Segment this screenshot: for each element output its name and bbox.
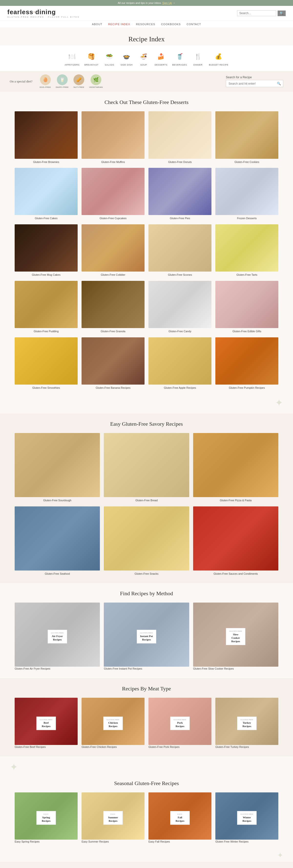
recipe-instantpot[interactable]: GLUTEN FREE Instant Pot Recipes Gluten-F… — [104, 602, 189, 671]
recipe-pudding[interactable]: Gluten-Free Pudding — [15, 281, 78, 334]
nav-cookbooks[interactable]: COOKBOOKS — [161, 23, 181, 26]
recipe-snacks[interactable]: Gluten-Free Snacks — [104, 506, 189, 576]
recipe-chicken-name: Gluten-Free Chicken Recipes — [81, 745, 117, 748]
recipe-pudding-name: Gluten-Free Pudding — [34, 330, 59, 333]
recipe-sourdough[interactable]: Gluten-Free Sourdough — [15, 433, 100, 502]
nav-about[interactable]: ABOUT — [92, 23, 102, 26]
dinner-label: DINNER — [193, 64, 203, 66]
recipe-seafood-name: Gluten-Free Seafood — [45, 572, 70, 576]
pork-overlay: GLUTEN FREE Pork Recipes — [170, 717, 190, 730]
section-savory: Easy Gluten-Free Savory Recipes Gluten-F… — [0, 413, 293, 583]
category-desserts[interactable]: 🍰 DESSERTS — [154, 51, 167, 66]
recipe-slowcooker[interactable]: GLUTEN FREE Slow Cooker Recipes Gluten-F… — [193, 602, 278, 671]
desserts-title: Check Out These Gluten-Free Desserts — [15, 99, 278, 105]
recipe-apple[interactable]: Gluten-Free Apple Recipes — [148, 337, 212, 390]
recipe-pumpkin[interactable]: Gluten-Free Pumpkin Recipes — [215, 337, 278, 390]
recipe-beef[interactable]: GLUTEN FREE Beef Recipes Gluten-Free Bee… — [15, 698, 78, 749]
recipe-candy[interactable]: Gluten-Free Candy — [148, 281, 212, 334]
logo-sub: GLUTEN-FREE RECIPES · FLAVOR FULL BITES — [7, 16, 80, 18]
nut-free-label: NUT-FREE — [73, 86, 84, 88]
recipe-chicken[interactable]: GLUTEN FREE Chicken Recipes Gluten-Free … — [81, 698, 145, 749]
side-dish-label: SIDE DISH — [120, 64, 133, 66]
recipe-fall-name: Easy Fall Recipes — [148, 840, 170, 843]
recipe-scones[interactable]: Gluten-Free Scones — [148, 224, 212, 277]
category-salads[interactable]: 🥗 SALADS — [103, 51, 115, 66]
recipe-frozen[interactable]: Frozen Desserts — [215, 168, 278, 220]
recipe-cupcakes-name: Gluten-Free Cupcakes — [100, 217, 127, 220]
recipe-muffins[interactable]: Gluten-Free Muffins — [81, 111, 145, 164]
recipe-brownies[interactable]: Gluten-Free Brownies — [15, 111, 78, 164]
header-search-area: 🔍 — [237, 10, 286, 16]
recipe-gifts[interactable]: Gluten-Free Edible Gifts — [215, 281, 278, 334]
recipe-summer[interactable]: EASY Summer Recipes Easy Summer Recipes — [81, 793, 145, 844]
budget-recipe-icon: 💰 — [212, 51, 225, 63]
category-beverages[interactable]: 🥤 BEVERAGES — [172, 51, 187, 66]
recipe-donuts[interactable]: Gluten-Free Donuts — [148, 111, 212, 164]
vegetarian-icon: 🌿 — [90, 74, 101, 85]
recipe-pork-name: Gluten-Free Pork Recipes — [148, 745, 179, 748]
budget-recipe-label: BUDGET RECIPE — [209, 64, 228, 66]
chicken-overlay: GLUTEN FREE Chicken Recipes — [103, 717, 123, 730]
recipe-cobbler-name: Gluten-Free Cobbler — [101, 273, 125, 277]
recipe-spring[interactable]: EASY Spring Recipes Easy Spring Recipes — [15, 793, 78, 844]
recipe-airfryer[interactable]: GLUTEN FREE Air Fryer Recipes Gluten-Fre… — [15, 602, 100, 671]
header-search-button[interactable]: 🔍 — [278, 10, 286, 16]
recipe-banana[interactable]: Gluten-Free Banana Recipes — [81, 337, 145, 390]
nav-resources[interactable]: RESOURCES — [136, 23, 155, 26]
recipe-tarts-name: Gluten-Free Tarts — [236, 273, 257, 277]
recipe-seafood[interactable]: Gluten-Free Seafood — [15, 506, 100, 576]
salads-label: SALADS — [105, 64, 114, 66]
recipe-bread[interactable]: Gluten-Free Bread — [104, 433, 189, 502]
header-search-input[interactable] — [237, 10, 276, 16]
recipe-turkey[interactable]: GLUTEN FREE Turkey Recipes Gluten-Free T… — [215, 698, 278, 749]
fall-overlay: EASY Fall Recipes — [170, 811, 190, 825]
category-soup[interactable]: 🍜 SOUP — [138, 51, 150, 66]
recipe-search-button[interactable]: 🔍 — [275, 80, 283, 87]
main-nav: ABOUT RECIPE INDEX RESOURCES COOKBOOKS C… — [0, 21, 293, 28]
appetizers-icon: 🍽️ — [66, 51, 78, 63]
recipe-pies[interactable]: Gluten-Free Pies — [148, 168, 212, 220]
soup-icon: 🍜 — [138, 51, 150, 63]
recipe-instantpot-name: Gluten-Free Instant Pot Recipes — [104, 667, 142, 670]
recipe-cookies[interactable]: Gluten-Free Cookies — [215, 111, 278, 164]
diet-vegetarian[interactable]: 🌿 VEGETARIAN — [89, 74, 103, 88]
recipe-cakes[interactable]: Gluten-Free Cakes — [15, 168, 78, 220]
recipe-search-input[interactable] — [226, 81, 275, 87]
recipe-airfryer-name: Gluten-Free Air Fryer Recipes — [15, 667, 50, 670]
category-appetizers[interactable]: 🍽️ APPETIZERS — [65, 51, 80, 66]
recipe-pork[interactable]: GLUTEN FREE Pork Recipes Gluten-Free Por… — [148, 698, 212, 749]
category-breakfast[interactable]: 🥞 BREAKFAST — [84, 51, 99, 66]
nav-recipe-index[interactable]: RECIPE INDEX — [108, 23, 130, 26]
diet-dairy-free[interactable]: 🥛 DAIRY-FREE — [56, 74, 69, 88]
leaf-decoration-left: ✦ — [0, 756, 293, 773]
category-budget-recipe[interactable]: 💰 BUDGET RECIPE — [209, 51, 228, 66]
recipe-tarts[interactable]: Gluten-Free Tarts — [215, 224, 278, 277]
banner-cta[interactable]: Sign Up — [162, 1, 172, 4]
nav-contact[interactable]: CONTACT — [187, 23, 201, 26]
recipe-mugcakes-name: Gluten-Free Mug Cakes — [32, 273, 60, 277]
recipe-mugcakes[interactable]: Gluten-Free Mug Cakes — [15, 224, 78, 277]
diet-nut-free[interactable]: 🥜 NUT-FREE — [73, 74, 84, 88]
savory-grid: Gluten-Free Sourdough Gluten-Free Bread … — [15, 433, 278, 576]
logo[interactable]: fearless·dining GLUTEN-FREE RECIPES · FL… — [7, 8, 80, 18]
recipe-donuts-name: Gluten-Free Donuts — [168, 160, 192, 164]
page-title-section: Recipe Index — [0, 28, 293, 45]
recipe-winter[interactable]: GLUTEN FREE Winter Recipes Gluten Free W… — [215, 793, 278, 844]
recipe-search-area: Search for a Recipe 🔍 — [226, 75, 283, 87]
recipe-sauces[interactable]: Gluten-Free Sauces and Condiments — [193, 506, 278, 576]
recipe-granola[interactable]: Gluten-Free Granola — [81, 281, 145, 334]
recipe-smoothies[interactable]: Gluten-Free Smoothies — [15, 337, 78, 390]
method-title: Find Recipes by Method — [15, 590, 278, 597]
section-meat: Recipes By Meat Type GLUTEN FREE Beef Re… — [0, 678, 293, 756]
recipe-fall[interactable]: EASY Fall Recipes Easy Fall Recipes — [148, 793, 212, 844]
recipe-cupcakes[interactable]: Gluten-Free Cupcakes — [81, 168, 145, 220]
page-title: Recipe Index — [5, 35, 288, 43]
banner-icon: → — [173, 1, 175, 4]
category-dinner[interactable]: 🍴 DINNER — [192, 51, 204, 66]
category-side-dish[interactable]: 🍲 SIDE DISH — [120, 51, 133, 66]
recipe-pizza[interactable]: Gluten-Free Pizza & Pasta — [193, 433, 278, 502]
recipe-pies-name: Gluten-Free Pies — [170, 217, 190, 220]
diet-egg-free[interactable]: 🥚 EGG-FREE — [40, 74, 51, 88]
recipe-granola-name: Gluten-Free Granola — [101, 330, 125, 333]
recipe-cobbler[interactable]: Gluten-Free Cobbler — [81, 224, 145, 277]
